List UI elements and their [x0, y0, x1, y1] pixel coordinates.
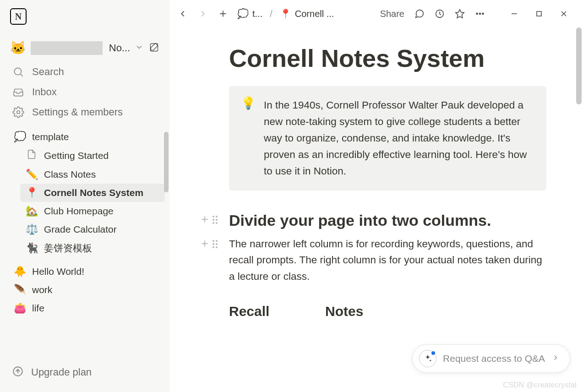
- nav-forward-button[interactable]: [194, 5, 212, 22]
- window-maximize-button[interactable]: [528, 5, 550, 23]
- column-heading: Recall: [229, 304, 307, 319]
- thought-bubble-icon: 💭: [237, 8, 249, 19]
- tree-item-label: Getting Started: [44, 150, 109, 161]
- page-tree: 💭 template Getting Started ✏️ Class Note…: [0, 123, 169, 356]
- updates-button[interactable]: [431, 5, 448, 22]
- sidebar-item-label: Inbox: [32, 86, 57, 98]
- tree-item-grade-calculator[interactable]: ⚖️ Grade Calculator: [20, 220, 165, 239]
- workspace-name-redacted: [31, 41, 103, 55]
- sidebar-item-label: Settings & members: [32, 106, 123, 118]
- pin-icon: 📍: [25, 187, 38, 199]
- svg-point-2: [17, 111, 20, 114]
- notion-logo[interactable]: N: [10, 8, 27, 25]
- tree-item-class-notes[interactable]: ✏️ Class Notes: [20, 165, 165, 184]
- document-icon: [25, 149, 38, 162]
- sparkle-icon: [419, 350, 436, 367]
- callout-text: In the 1940s, Cornell Professor Walter P…: [264, 97, 534, 180]
- sidebar-scrollbar[interactable]: [164, 132, 169, 192]
- sidebar-item-search[interactable]: Search: [8, 62, 165, 82]
- qa-label: Request access to Q&A: [443, 353, 545, 364]
- tree-item-life[interactable]: 👛 life: [8, 299, 165, 317]
- svg-point-1: [14, 68, 21, 75]
- tree-item-label: Club Homepage: [44, 206, 114, 217]
- new-page-button[interactable]: [148, 42, 161, 54]
- columns-block[interactable]: Recall Notes: [229, 304, 546, 319]
- paragraph-block[interactable]: The narrower left column is for recordin…: [200, 236, 546, 285]
- svg-point-5: [476, 13, 478, 15]
- tree-item-label: work: [32, 284, 52, 295]
- app-root: N 🐱 No... Search Inbox Settings: [0, 0, 583, 392]
- page-content: Cornell Notes System 💡 In the 1940s, Cor…: [169, 27, 583, 392]
- share-button[interactable]: Share: [376, 7, 408, 21]
- sidebar-nav: Search Inbox Settings & members: [0, 59, 169, 123]
- drag-handle-icon[interactable]: [212, 214, 218, 226]
- breadcrumb-label: Cornell ...: [295, 9, 334, 19]
- heading-text: Divide your page into two columns.: [229, 212, 546, 229]
- scale-icon: ⚖️: [25, 223, 38, 235]
- breadcrumb-template[interactable]: 💭 t...: [234, 6, 265, 21]
- workspace-name-suffix: No...: [109, 42, 130, 54]
- tree-item-getting-started[interactable]: Getting Started: [20, 146, 165, 165]
- purse-icon: 👛: [13, 302, 27, 314]
- footer-label: Upgrade plan: [31, 366, 92, 378]
- favorite-button[interactable]: [451, 5, 469, 22]
- workspace-emoji: 🐱: [10, 40, 26, 55]
- callout-block[interactable]: 💡 In the 1940s, Cornell Professor Walter…: [229, 86, 546, 191]
- comments-button[interactable]: [411, 5, 428, 22]
- chick-icon: 🐥: [13, 266, 27, 278]
- pencil-icon: ✏️: [25, 169, 38, 180]
- search-icon: [12, 65, 25, 78]
- house-icon: 🏡: [25, 205, 38, 217]
- drag-handle-icon[interactable]: [212, 239, 218, 250]
- qa-request-button[interactable]: Request access to Q&A: [412, 344, 570, 373]
- column-notes[interactable]: Notes: [325, 304, 363, 319]
- pin-icon: 📍: [280, 8, 291, 19]
- breadcrumb-label: t...: [252, 9, 262, 19]
- tree-item-work[interactable]: 🪶 work: [8, 281, 165, 299]
- tree-item-club-homepage[interactable]: 🏡 Club Homepage: [20, 202, 165, 220]
- tree-item-label: Class Notes: [44, 169, 96, 180]
- column-heading: Notes: [325, 304, 363, 319]
- sidebar-footer: Upgrade plan: [0, 356, 169, 392]
- tree-item-label: 姜饼资模板: [44, 242, 92, 255]
- window-minimize-button[interactable]: [503, 5, 525, 23]
- inbox-icon: [12, 86, 25, 98]
- paragraph-text: The narrower left column is for recordin…: [229, 236, 546, 285]
- tree-item-label: Grade Calculator: [44, 224, 117, 235]
- gear-icon: [12, 106, 25, 119]
- heading-block[interactable]: Divide your page into two columns.: [200, 212, 546, 229]
- window-close-button[interactable]: [553, 5, 575, 23]
- tree-item-template[interactable]: 💭 template: [8, 128, 165, 146]
- main: 💭 t... / 📍 Cornell ... Share Cornell Not…: [169, 0, 583, 392]
- svg-point-6: [479, 13, 481, 15]
- page-title[interactable]: Cornell Notes System: [229, 44, 546, 73]
- workspace-switcher[interactable]: 🐱 No...: [0, 38, 169, 59]
- black-cat-icon: 🐈‍⬛: [25, 242, 38, 254]
- chevron-right-icon: [551, 354, 560, 364]
- tree-item-cornell-notes[interactable]: 📍 Cornell Notes System: [20, 184, 165, 202]
- more-button[interactable]: [471, 5, 489, 22]
- feather-icon: 🪶: [13, 284, 27, 296]
- sidebar-item-settings[interactable]: Settings & members: [8, 102, 165, 122]
- sidebar-item-inbox[interactable]: Inbox: [8, 82, 165, 102]
- upgrade-plan-button[interactable]: Upgrade plan: [8, 362, 161, 383]
- block-handles[interactable]: [200, 239, 218, 250]
- column-recall[interactable]: Recall: [229, 304, 307, 319]
- tree-item-label: template: [32, 131, 69, 142]
- arrow-up-circle-icon: [12, 365, 24, 379]
- breadcrumb-separator: /: [268, 9, 274, 19]
- content-scrollbar[interactable]: [576, 27, 582, 104]
- add-block-icon[interactable]: [200, 239, 210, 250]
- svg-point-7: [482, 13, 484, 15]
- sidebar: N 🐱 No... Search Inbox Settings: [0, 0, 169, 392]
- lightbulb-icon: 💡: [241, 97, 256, 180]
- tree-item-ginger-template[interactable]: 🐈‍⬛ 姜饼资模板: [20, 239, 165, 258]
- add-block-icon[interactable]: [200, 214, 210, 226]
- breadcrumb-current[interactable]: 📍 Cornell ...: [277, 6, 337, 21]
- block-handles[interactable]: [200, 214, 218, 226]
- new-tab-button[interactable]: [214, 5, 232, 22]
- topbar: 💭 t... / 📍 Cornell ... Share: [169, 0, 583, 27]
- tree-item-hello-world[interactable]: 🐥 Hello World!: [8, 262, 165, 281]
- thought-bubble-icon: 💭: [13, 131, 27, 143]
- nav-back-button[interactable]: [174, 5, 191, 22]
